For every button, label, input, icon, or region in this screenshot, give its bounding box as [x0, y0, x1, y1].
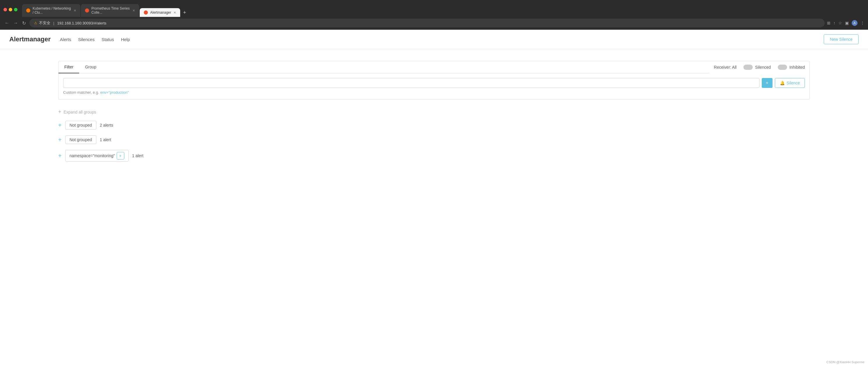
filter-options: Receiver: All Silenced Inhibited [709, 61, 809, 73]
address-url: 192.168.1.160:30093/#/alerts [57, 21, 106, 25]
group-item-3: + namespace="monitoring" + 1 alert [58, 150, 810, 161]
filter-input-row: + 🔔 Silence [63, 78, 805, 88]
tab-prometheus[interactable]: Prometheus Time Series Colle... ✕ [81, 4, 139, 17]
filter-card: Filter Group Receiver: All Silenced Inhi… [58, 61, 810, 99]
silenced-toggle-group: Silenced [743, 65, 771, 70]
filter-hint-example[interactable]: env="production" [100, 90, 129, 95]
filter-body: + 🔔 Silence Custom matcher, e.g. env="pr… [59, 73, 809, 99]
profile-icon[interactable]: A [852, 20, 858, 26]
browser-actions: ⊞ ↑ ☆ ▣ A ⋮ [827, 20, 865, 26]
nav-status[interactable]: Status [101, 37, 114, 42]
group-2-badge: Not grouped [65, 135, 96, 144]
grafana-favicon-icon [26, 8, 30, 12]
group-3-add-icon[interactable]: + [117, 152, 124, 159]
tab-group[interactable]: Group [79, 61, 102, 73]
tab-alertmanager-close-icon[interactable]: ✕ [174, 11, 176, 14]
receiver-label: Receiver: All [714, 65, 737, 69]
group-1-count: 2 alerts [100, 123, 113, 127]
group-item-1: + Not grouped 2 alerts [58, 121, 810, 129]
main-content: Filter Group Receiver: All Silenced Inhi… [0, 49, 868, 179]
reload-button[interactable]: ↻ [21, 20, 27, 27]
window-controls [3, 8, 18, 11]
nav-silences[interactable]: Silences [78, 37, 95, 42]
filter-hint-text: Custom matcher, e.g. [63, 90, 99, 95]
browser-titlebar: Kubernetes / Networking / Clu... ✕ Prome… [0, 0, 868, 17]
security-warning-icon: ⚠ [34, 21, 37, 25]
minimize-button[interactable] [9, 8, 12, 11]
tab-grafana-label: Kubernetes / Networking / Clu... [33, 6, 71, 14]
filter-tabs: Filter Group [59, 61, 709, 73]
maximize-button[interactable] [14, 8, 18, 11]
expand-all-icon: + [58, 109, 61, 115]
address-warning-text: 不安全 [39, 20, 50, 26]
prometheus-favicon-icon [85, 8, 89, 12]
tab-alertmanager-label: Alertmanager [150, 10, 171, 14]
inhibited-label: Inhibited [789, 65, 805, 69]
browser-chrome: Kubernetes / Networking / Clu... ✕ Prome… [0, 0, 868, 30]
filter-header: Filter Group Receiver: All Silenced Inhi… [59, 61, 809, 73]
footer: CSDN @XiaoHH Superme [823, 359, 868, 365]
nav-alerts[interactable]: Alerts [60, 37, 71, 42]
address-input[interactable]: ⚠ 不安全 | 192.168.1.160:30093/#/alerts [29, 19, 825, 27]
expand-all-label: Expand all groups [64, 110, 96, 114]
group-3-badge: namespace="monitoring" + [65, 150, 129, 161]
new-silence-button[interactable]: New Silence [824, 34, 859, 44]
silence-button[interactable]: 🔔 Silence [775, 78, 805, 88]
group-2-count: 1 alert [100, 138, 111, 142]
address-bar: ← → ↻ ⚠ 不安全 | 192.168.1.160:30093/#/aler… [0, 17, 868, 30]
silence-icon: 🔔 [780, 81, 785, 85]
silenced-toggle[interactable] [743, 65, 753, 70]
tab-grafana-close-icon[interactable]: ✕ [74, 9, 76, 12]
group-item-2: + Not grouped 1 alert [58, 135, 810, 144]
tabs-bar: Kubernetes / Networking / Clu... ✕ Prome… [20, 2, 189, 17]
tab-prometheus-close-icon[interactable]: ✕ [132, 9, 135, 12]
brand-title: Alertmanager [9, 35, 51, 43]
group-3-expand-icon[interactable]: + [58, 153, 62, 159]
nav-help[interactable]: Help [121, 37, 130, 42]
silence-button-label: Silence [786, 81, 800, 85]
back-button[interactable]: ← [3, 20, 10, 26]
group-1-expand-icon[interactable]: + [58, 122, 62, 129]
tab-filter[interactable]: Filter [59, 61, 79, 73]
group-1-badge: Not grouped [65, 121, 96, 129]
translate-icon[interactable]: ⊞ [827, 21, 831, 25]
filter-input[interactable] [63, 78, 760, 88]
silenced-label: Silenced [755, 65, 771, 69]
inhibited-toggle[interactable] [778, 65, 787, 70]
app: Alertmanager Alerts Silences Status Help… [0, 30, 868, 365]
inhibited-toggle-group: Inhibited [778, 65, 805, 70]
expand-all-groups[interactable]: + Expand all groups [58, 109, 810, 115]
group-3-count: 1 alert [132, 153, 144, 158]
tab-grafana[interactable]: Kubernetes / Networking / Clu... ✕ [22, 4, 80, 17]
tab-prometheus-label: Prometheus Time Series Colle... [91, 6, 130, 14]
group-2-expand-icon[interactable]: + [58, 136, 62, 143]
close-button[interactable] [3, 8, 7, 11]
window-icon[interactable]: ▣ [845, 21, 849, 25]
add-filter-button[interactable]: + [762, 78, 773, 88]
group-3-badge-text: namespace="monitoring" [69, 153, 115, 158]
menu-icon[interactable]: ⋮ [861, 21, 865, 25]
new-tab-button[interactable]: + [181, 8, 189, 17]
alertmanager-favicon-icon [144, 10, 148, 14]
nav-links: Alerts Silences Status Help [60, 37, 130, 42]
footer-text: CSDN @XiaoHH Superme [826, 360, 865, 364]
bookmark-icon[interactable]: ☆ [838, 21, 842, 25]
tab-alertmanager[interactable]: Alertmanager ✕ [140, 8, 180, 17]
filter-hint: Custom matcher, e.g. env="production" [63, 90, 805, 95]
navbar: Alertmanager Alerts Silences Status Help… [0, 30, 868, 49]
nav-buttons: ← → ↻ [3, 20, 27, 27]
forward-button[interactable]: → [12, 20, 19, 26]
share-icon[interactable]: ↑ [833, 21, 835, 25]
navbar-right: New Silence [824, 34, 859, 44]
